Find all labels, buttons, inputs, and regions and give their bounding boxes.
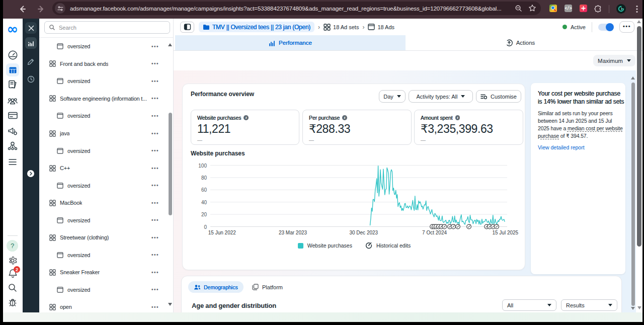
tree-item-adset[interactable]: MacBook••• — [39, 194, 173, 212]
row-menu-icon[interactable]: ••• — [148, 200, 159, 206]
tab-actions[interactable]: Actions — [406, 35, 635, 50]
tree-item-ad[interactable]: oversized••• — [39, 107, 173, 125]
collapse-sidebar-button[interactable] — [180, 22, 194, 33]
browser-scroll-down-icon[interactable] — [637, 306, 642, 311]
tree-item-ad[interactable]: oversized••• — [39, 211, 173, 229]
close-icon[interactable] — [25, 22, 37, 34]
forward-icon[interactable] — [36, 4, 46, 14]
row-menu-icon[interactable]: ••• — [148, 270, 159, 275]
active-toggle[interactable] — [598, 24, 613, 31]
metric-sub: — — [309, 137, 405, 143]
audiences-icon[interactable] — [7, 96, 18, 107]
content-scroll-up-icon[interactable] — [631, 76, 635, 80]
tree-scroll-down-icon[interactable] — [168, 303, 173, 307]
browser-menu-icon[interactable] — [632, 4, 642, 14]
business-apps-icon[interactable] — [7, 140, 18, 151]
row-menu-icon[interactable]: ••• — [148, 61, 159, 66]
info-icon[interactable]: i — [455, 115, 460, 120]
tree-item-ad[interactable]: oversized••• — [39, 38, 173, 55]
insight-title: Your cost per website purchaseis 14% low… — [538, 90, 618, 106]
row-menu-icon[interactable]: ••• — [148, 44, 159, 49]
row-menu-icon[interactable]: ••• — [148, 131, 159, 136]
settings-gear-icon[interactable] — [7, 255, 18, 266]
breadcrumb-adsets[interactable]: 18 Ad sets — [324, 24, 359, 31]
content-scroll-down-icon[interactable] — [631, 307, 635, 311]
breadcrumb-ads[interactable]: 18 Ads — [368, 24, 394, 30]
row-menu-icon[interactable]: ••• — [148, 235, 159, 240]
help-icon[interactable]: ? — [7, 240, 18, 252]
extensions-puzzle-icon[interactable] — [593, 4, 603, 14]
tree-item-ad[interactable]: oversized••• — [39, 281, 173, 299]
info-icon[interactable]: i — [342, 115, 347, 120]
extension-maps-icon[interactable] — [549, 5, 557, 12]
meta-logo[interactable]: ∞ — [7, 23, 18, 34]
row-menu-icon[interactable]: ••• — [148, 78, 159, 84]
tree-scrollbar[interactable] — [169, 113, 172, 215]
tree-search-input[interactable]: Search — [44, 21, 170, 34]
tree-item-adset[interactable]: open••• — [39, 298, 173, 312]
more-options-button[interactable]: ••• — [619, 21, 634, 33]
results-dropdown[interactable]: Results — [561, 299, 617, 311]
advertising-settings-icon[interactable] — [7, 125, 18, 136]
day-dropdown[interactable]: Day — [379, 90, 406, 103]
all-tools-icon[interactable] — [7, 156, 18, 168]
tab-performance[interactable]: Performance — [175, 35, 406, 50]
browser-scrollbar[interactable] — [637, 26, 641, 247]
browser-scroll-up-icon[interactable] — [637, 20, 642, 25]
search-icon[interactable] — [7, 282, 18, 293]
customise-button[interactable]: Customise — [476, 90, 521, 103]
edit-pencil-icon[interactable] — [25, 56, 37, 67]
insight-term-underlined[interactable]: purchase — [538, 133, 559, 139]
row-menu-icon[interactable]: ••• — [148, 113, 159, 119]
url-text[interactable]: adsmanager.facebook.com/adsmanager/manag… — [70, 6, 504, 12]
ads-reporting-icon[interactable] — [7, 79, 18, 90]
info-icon[interactable]: i — [244, 115, 249, 120]
extension-red-icon[interactable] — [580, 5, 587, 12]
tree-item-adset[interactable]: Streetwear (clothing)••• — [39, 229, 173, 247]
extension-downloader-icon[interactable] — [616, 4, 626, 14]
row-menu-icon[interactable]: ••• — [148, 183, 159, 188]
campaigns-icon[interactable] — [6, 63, 19, 76]
billing-icon[interactable] — [7, 110, 18, 121]
report-bug-icon[interactable] — [7, 297, 18, 308]
bookmark-star-icon[interactable] — [527, 3, 537, 13]
breadcrumb-campaign[interactable]: TMV || Oversized tees || 23 jan (Open) — [199, 22, 314, 32]
tree-item-adset[interactable]: Software engineering (information t...••… — [39, 90, 173, 108]
maximum-dropdown[interactable]: Maximum — [593, 55, 635, 66]
row-menu-icon[interactable]: ••• — [148, 217, 159, 223]
legend-swatch-teal — [298, 243, 303, 249]
activity-types-dropdown[interactable]: Activity types: All — [409, 90, 473, 103]
row-menu-icon[interactable]: ••• — [148, 166, 159, 171]
zoom-icon[interactable] — [513, 3, 523, 13]
recent-clock-icon[interactable] — [25, 73, 37, 85]
view-detailed-report-link[interactable]: View detailed report — [538, 144, 618, 150]
insight-term-underlined[interactable]: median cost per website — [568, 125, 623, 131]
insights-chart-icon[interactable] — [25, 37, 37, 49]
row-menu-icon[interactable]: ••• — [148, 287, 159, 292]
back-icon[interactable] — [17, 4, 27, 14]
tree-item-adset[interactable]: Sneaker Freaker••• — [39, 264, 173, 281]
tree-item-adset[interactable]: C++••• — [39, 159, 173, 177]
content-scrollbar[interactable] — [631, 83, 635, 306]
tree-item-ad[interactable]: oversized••• — [39, 72, 173, 90]
row-menu-icon[interactable]: ••• — [148, 304, 159, 310]
tab-demographics[interactable]: Demographics — [188, 281, 244, 293]
tree-item-ad[interactable]: oversized••• — [39, 177, 173, 194]
breakdown-dropdown[interactable]: All — [502, 299, 556, 311]
age-gender-heading: Age and gender distribution — [192, 302, 276, 309]
row-menu-icon[interactable]: ••• — [148, 148, 159, 153]
tab-platform[interactable]: Platform — [252, 281, 283, 293]
row-menu-icon[interactable]: ••• — [148, 252, 159, 258]
address-bar[interactable]: adsmanager.facebook.com/adsmanager/manag… — [52, 2, 541, 15]
account-overview-icon[interactable] — [7, 49, 18, 60]
site-settings-icon[interactable] — [55, 3, 65, 14]
tree-item-adset[interactable]: Front and back ends••• — [39, 55, 173, 73]
tree-item-ad[interactable]: oversized••• — [39, 142, 173, 159]
expand-panel-icon[interactable] — [27, 170, 34, 177]
tree-item-ad[interactable]: oversized••• — [39, 247, 173, 264]
chart-legend: Website purchases Historical edits — [183, 242, 526, 249]
tree-scroll-up-icon[interactable] — [168, 43, 173, 48]
tree-item-adset[interactable]: java••• — [39, 125, 173, 142]
row-menu-icon[interactable]: ••• — [148, 96, 159, 101]
extension-code-icon[interactable]: </> — [565, 5, 572, 12]
